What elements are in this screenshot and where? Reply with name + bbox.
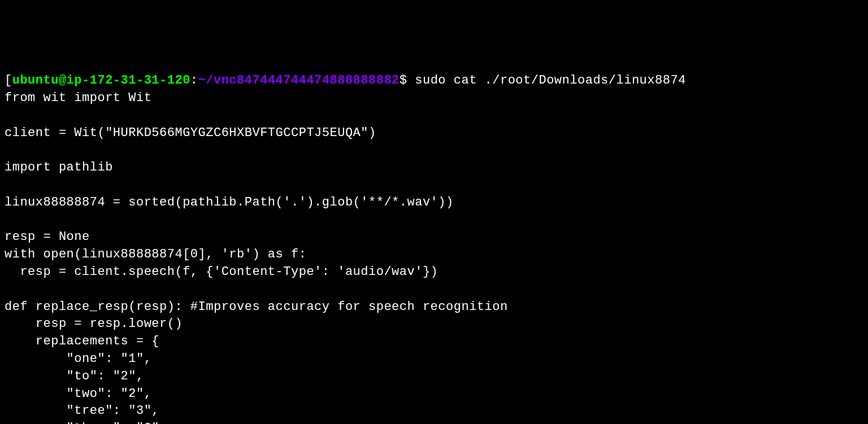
prompt-bracket: [ bbox=[5, 73, 12, 88]
output-line: "three": "3", bbox=[5, 421, 167, 424]
prompt-dollar: $ bbox=[400, 73, 415, 88]
output-line: client = Wit("HURKD566MGYGZC6HXBVFTGCCPT… bbox=[5, 126, 376, 140]
output-line: resp = resp.lower() bbox=[5, 317, 183, 331]
prompt-path: ~/vnc847444744474888888882 bbox=[198, 73, 400, 88]
output-line: replacements = { bbox=[5, 334, 159, 348]
output-line: "one": "1", bbox=[5, 352, 151, 366]
output-line: import pathlib bbox=[5, 160, 113, 174]
output-line: resp = None bbox=[5, 230, 90, 244]
output-line: "two": "2", bbox=[5, 387, 151, 401]
output-line: def replace_resp(resp): #Improves accura… bbox=[5, 300, 508, 314]
output-line: linux88888874 = sorted(pathlib.Path('.')… bbox=[5, 195, 454, 209]
output-line: from wit import Wit bbox=[5, 91, 151, 105]
output-line: with open(linux88888874[0], 'rb') as f: bbox=[5, 247, 306, 261]
terminal-window[interactable]: [ubuntu@ip-172-31-31-120:~/vnc8474447444… bbox=[5, 72, 863, 424]
output-line: "to": "2", bbox=[5, 369, 144, 383]
prompt-colon: : bbox=[190, 73, 198, 88]
output-line: resp = client.speech(f, {'Content-Type':… bbox=[5, 265, 438, 279]
output-line: "tree": "3", bbox=[5, 404, 159, 418]
prompt-user-host: ubuntu@ip-172-31-31-120 bbox=[12, 73, 190, 88]
command-text: sudo cat ./root/Downloads/linux8874 bbox=[415, 73, 686, 88]
